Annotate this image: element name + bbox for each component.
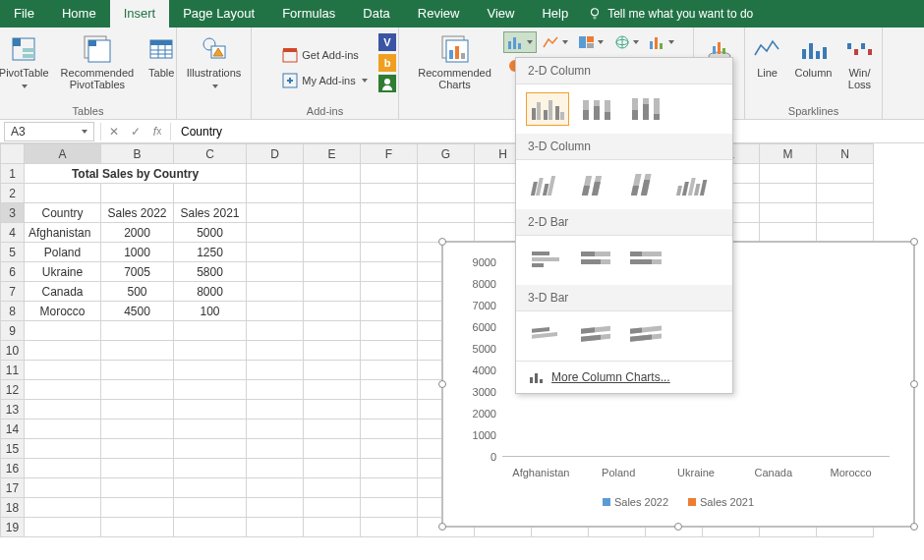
tab-view[interactable]: View	[473, 0, 528, 28]
3d-stacked-bar-option[interactable]	[575, 319, 618, 353]
cell[interactable]: Sales 2021	[174, 203, 247, 223]
col-header-F[interactable]: F	[361, 144, 418, 164]
tab-help[interactable]: Help	[528, 0, 582, 28]
cell[interactable]: 2000	[101, 223, 174, 243]
row-header[interactable]: 10	[1, 341, 25, 361]
row-header[interactable]: 4	[1, 223, 25, 243]
illustrations-button[interactable]: Illustrations	[183, 31, 246, 92]
enter-formula-button[interactable]: ✓	[125, 121, 146, 142]
row-header[interactable]: 11	[1, 361, 25, 380]
insert-hierarchy-chart-button[interactable]	[574, 31, 607, 53]
stacked100-bar-option[interactable]	[624, 244, 667, 277]
cell[interactable]: 1250	[174, 243, 247, 262]
resize-handle[interactable]	[910, 380, 918, 388]
3d-stacked100-bar-option[interactable]	[624, 319, 667, 353]
cell[interactable]: 4500	[101, 302, 174, 321]
row-header[interactable]: 3	[1, 203, 25, 223]
3d-clustered-column-option[interactable]	[526, 168, 569, 201]
tab-insert[interactable]: Insert	[110, 0, 170, 28]
cell[interactable]: 7005	[101, 262, 174, 282]
3d-column-option[interactable]	[673, 168, 717, 201]
table-button[interactable]: Table	[142, 31, 181, 81]
cell[interactable]: 100	[174, 302, 247, 321]
sparkline-line-button[interactable]: Line	[748, 31, 787, 81]
tab-data[interactable]: Data	[349, 0, 403, 28]
people-icon[interactable]	[378, 75, 396, 92]
tab-formulas[interactable]: Formulas	[268, 0, 349, 28]
row-header[interactable]: 16	[1, 459, 25, 478]
resize-handle[interactable]	[438, 523, 446, 531]
recommended-charts-button[interactable]: Recommended Charts	[414, 31, 495, 92]
insert-line-chart-button[interactable]	[539, 31, 572, 53]
cell[interactable]: 1000	[101, 243, 174, 262]
clustered-column-option[interactable]	[526, 92, 569, 126]
visio-icon[interactable]: V	[378, 33, 396, 51]
name-box[interactable]: A3	[4, 122, 94, 141]
get-addins-button[interactable]: Get Add-ins	[278, 45, 362, 65]
insert-function-button[interactable]: fx	[146, 121, 168, 142]
col-header-N[interactable]: N	[817, 144, 874, 164]
row-header[interactable]: 12	[1, 380, 25, 400]
tab-page-layout[interactable]: Page Layout	[169, 0, 268, 28]
pivottable-button[interactable]: PivotTable	[0, 31, 53, 92]
recommended-pivot-button[interactable]: Recommended PivotTables	[57, 31, 139, 92]
my-addins-button[interactable]: My Add-ins	[278, 71, 371, 90]
col-header-B[interactable]: B	[101, 144, 174, 164]
row-header[interactable]: 6	[1, 262, 25, 282]
cell[interactable]: Poland	[25, 243, 101, 262]
clustered-bar-option[interactable]	[526, 244, 569, 277]
cell[interactable]: Country	[25, 203, 101, 223]
row-header[interactable]: 1	[1, 164, 25, 184]
resize-handle[interactable]	[910, 238, 918, 246]
row-header[interactable]: 15	[1, 439, 25, 459]
3d-stacked-column-option[interactable]	[575, 168, 618, 201]
insert-column-chart-button[interactable]	[503, 31, 537, 53]
resize-handle[interactable]	[438, 238, 446, 246]
stacked-column-option[interactable]	[575, 92, 618, 126]
insert-pivotchart-button[interactable]	[645, 31, 678, 53]
cell[interactable]: Total Sales by Country	[25, 164, 247, 184]
row-header[interactable]: 2	[1, 184, 25, 203]
cell[interactable]: 5800	[174, 262, 247, 282]
row-header[interactable]: 14	[1, 420, 25, 439]
row-header[interactable]: 9	[1, 321, 25, 341]
stacked100-column-option[interactable]	[624, 92, 667, 126]
row-header[interactable]: 7	[1, 282, 25, 302]
cell[interactable]: Afghanistan	[25, 223, 101, 243]
cell[interactable]: 8000	[174, 282, 247, 302]
sparkline-winloss-button[interactable]: Win/ Loss	[839, 31, 879, 92]
bing-icon[interactable]: b	[378, 54, 396, 72]
col-header-C[interactable]: C	[174, 144, 247, 164]
col-header-G[interactable]: G	[418, 144, 475, 164]
col-header-M[interactable]: M	[760, 144, 817, 164]
col-header-A[interactable]: A	[25, 144, 101, 164]
3d-clustered-bar-option[interactable]	[526, 319, 569, 353]
resize-handle[interactable]	[910, 523, 918, 531]
cancel-formula-button[interactable]: ✕	[103, 121, 125, 142]
spreadsheet-grid[interactable]: A B C D E F G H I J K L M N 1Total Sales…	[0, 143, 924, 537]
resize-handle[interactable]	[674, 523, 682, 531]
cell[interactable]: Sales 2022	[101, 203, 174, 223]
row-header[interactable]: 18	[1, 498, 25, 518]
row-header[interactable]: 5	[1, 243, 25, 262]
col-header-D[interactable]: D	[247, 144, 304, 164]
tab-file[interactable]: File	[0, 0, 48, 28]
cell[interactable]: Canada	[25, 282, 101, 302]
row-header[interactable]: 17	[1, 478, 25, 498]
more-column-charts-button[interactable]: More Column Charts...	[516, 361, 732, 393]
cell[interactable]: 500	[101, 282, 174, 302]
3d-stacked100-column-option[interactable]	[624, 168, 667, 201]
cell[interactable]: Ukraine	[25, 262, 101, 282]
sparkline-column-button[interactable]: Column	[791, 31, 837, 81]
row-header[interactable]: 19	[1, 518, 25, 537]
tell-me-search[interactable]: Tell me what you want to do	[588, 7, 753, 21]
cell[interactable]: 5000	[174, 223, 247, 243]
tab-home[interactable]: Home	[48, 0, 110, 28]
row-header[interactable]: 8	[1, 302, 25, 321]
tab-review[interactable]: Review	[404, 0, 474, 28]
resize-handle[interactable]	[438, 380, 446, 388]
row-header[interactable]: 13	[1, 400, 25, 420]
stacked-bar-option[interactable]	[575, 244, 618, 277]
select-all-cell[interactable]	[1, 144, 25, 164]
cell[interactable]: Morocco	[25, 302, 101, 321]
